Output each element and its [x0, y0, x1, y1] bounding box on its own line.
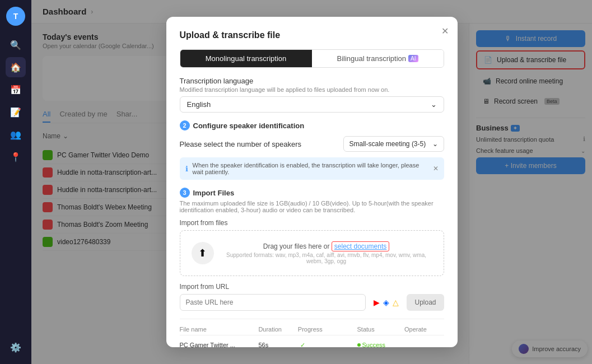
- import-section: 3 Import Files The maximum uploaded file…: [180, 188, 444, 311]
- avatar: T: [6, 7, 25, 26]
- sidebar-item-notes[interactable]: 📝: [6, 102, 26, 122]
- url-input[interactable]: [180, 294, 366, 311]
- import-from-url-label: Import from URL: [180, 283, 444, 291]
- section2-title: 2 Configure speaker identification: [180, 120, 444, 130]
- modal-title: Upload & transcribe file: [180, 30, 444, 40]
- sidebar-item-search[interactable]: 🔍: [6, 35, 26, 55]
- lang-label: Transcription language: [180, 77, 444, 85]
- file-table-row: PC Gamer Twitter ... 56s ✓ Success: [180, 339, 444, 347]
- import-from-files-label: Import from files: [180, 219, 444, 227]
- file-name: PC Gamer Twitter ...: [180, 342, 259, 347]
- chevron-down-icon: ⌄: [431, 100, 437, 109]
- sidebar: T 🔍 🏠 📅 📝 👥 📍 ⚙️: [0, 0, 31, 364]
- modal: Upload & transcribe file ✕ Monolingual t…: [166, 17, 458, 347]
- drop-zone[interactable]: ⬆ Drag your files here or select documen…: [180, 230, 444, 276]
- sidebar-item-location[interactable]: 📍: [6, 147, 26, 167]
- lang-sublabel: Modified transcription language will be …: [180, 86, 444, 93]
- dropbox-icon: ◈: [383, 298, 389, 307]
- sidebar-item-team[interactable]: 👥: [6, 124, 26, 144]
- url-service-icons: ▶ ◈ △: [370, 294, 402, 311]
- file-status: Success: [357, 342, 405, 347]
- section3-title: 3 Import Files: [180, 188, 444, 198]
- modal-close-button[interactable]: ✕: [441, 26, 449, 36]
- transcription-tabs: Monolingual transcription Bilingual tran…: [180, 49, 444, 68]
- file-duration: 56s: [258, 342, 297, 347]
- ai-badge: AI: [408, 55, 418, 62]
- sidebar-item-settings[interactable]: ⚙️: [6, 337, 26, 357]
- info-icon: ℹ: [185, 165, 188, 173]
- speaker-select[interactable]: Small-scale meeting (3-5) ⌄: [343, 136, 444, 152]
- tab-monolingual[interactable]: Monolingual transcription: [180, 50, 312, 67]
- select-documents-link[interactable]: select documents: [332, 241, 389, 251]
- speaker-row: Please select the number of speakers Sma…: [180, 136, 444, 152]
- main-area: Dashboard › Today's events Open your cal…: [31, 0, 592, 364]
- sidebar-item-home[interactable]: 🏠: [6, 57, 26, 77]
- tab-bilingual[interactable]: Bilingual transcription AI: [312, 50, 444, 67]
- upload-icon: ⬆: [192, 242, 214, 264]
- sidebar-item-calendar[interactable]: 📅: [6, 80, 26, 100]
- language-select[interactable]: English ⌄: [180, 96, 444, 113]
- info-close-button[interactable]: ✕: [433, 165, 439, 172]
- upload-url-button[interactable]: Upload: [407, 294, 444, 311]
- url-row: ▶ ◈ △ Upload: [180, 294, 444, 311]
- import-desc: The maximum uploaded file size is 1GB(au…: [180, 200, 444, 213]
- modal-overlay[interactable]: Upload & transcribe file ✕ Monolingual t…: [31, 0, 592, 364]
- file-table-header: File name Duration Progress Status Opera…: [180, 324, 444, 335]
- language-section: Transcription language Modified transcri…: [180, 77, 444, 113]
- file-table: File name Duration Progress Status Opera…: [180, 319, 444, 347]
- google-drive-icon: △: [393, 298, 399, 307]
- supported-formats: Supported formats: wav, mp3, m4a, caf, a…: [221, 252, 432, 264]
- chevron-down-icon: ⌄: [432, 140, 438, 148]
- file-progress: ✓: [298, 341, 357, 347]
- youtube-icon: ▶: [374, 298, 380, 307]
- info-banner: ℹ When the speaker identification is ena…: [180, 157, 444, 180]
